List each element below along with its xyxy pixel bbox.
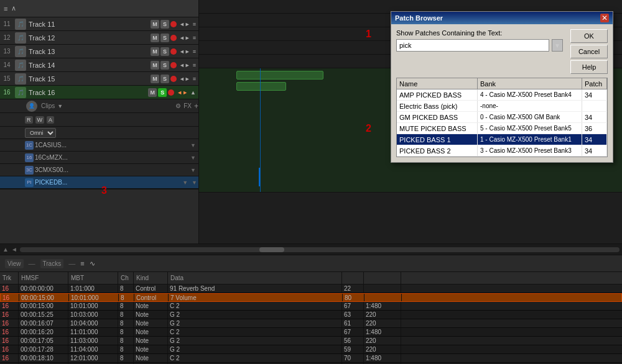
midi-icon: ◄► xyxy=(178,62,192,68)
event-cell: 00:00:15:00 xyxy=(19,302,68,310)
plugin-dropdown-arrow[interactable]: ▼ xyxy=(190,142,198,148)
patch-row[interactable]: MUTE PICKED BASS5 - Casio MZ-X500 Preset… xyxy=(397,123,607,134)
track-instrument-icon: 🎵 xyxy=(15,87,26,98)
event-cell: 1:01:000 xyxy=(68,284,118,293)
ok-button[interactable]: OK xyxy=(570,29,608,43)
plugin-row[interactable]: 3C 3CMXS00... ▼ xyxy=(0,164,198,176)
track-16-row[interactable]: 16 🎵 Track 16 M S ◄► ▲ xyxy=(0,86,198,99)
patch-row[interactable]: PICKED BASS 23 - Casio MZ-X500 Preset Ba… xyxy=(397,145,607,157)
event-cell: 220 xyxy=(364,319,401,327)
read-button[interactable]: R xyxy=(25,116,33,124)
plugin-dropdown-arrow[interactable]: ▼ xyxy=(190,167,198,173)
record-button[interactable] xyxy=(168,89,174,96)
solo-button[interactable]: S xyxy=(160,61,169,70)
event-row[interactable]: 1600:00:00:001:01:0008Control91 Reverb S… xyxy=(0,284,622,293)
patch-number-cell: 34 xyxy=(582,134,607,145)
plugin-row[interactable]: 1C 1CASIUS... ▼ xyxy=(0,139,198,152)
search-dropdown-arrow[interactable]: ▼ xyxy=(552,39,563,52)
plugin-dropdown-arrow[interactable]: ▼ xyxy=(190,155,198,161)
midi-icon: ◄► xyxy=(178,35,192,41)
expand-arrow[interactable]: ≡ xyxy=(193,48,196,55)
add-fx-button[interactable]: + xyxy=(194,102,198,111)
mute-button[interactable]: M xyxy=(151,20,159,29)
event-row[interactable]: 1600:00:15:0010:01:0008NoteC 2671:480 xyxy=(0,302,622,311)
track-row[interactable]: 12 🎵 Track 12 M S ◄► ≡ xyxy=(0,31,198,45)
solo-button[interactable]: S xyxy=(160,34,169,42)
clips-dropdown-arrow[interactable]: ▼ xyxy=(57,103,63,109)
help-button[interactable]: Help xyxy=(570,60,608,74)
event-cell: Control xyxy=(134,294,169,301)
patch-row[interactable]: GM PICKED BASS0 - Casio MZ-X500 GM Bank3… xyxy=(397,112,607,123)
patch-number-cell: 34 xyxy=(582,89,607,100)
event-row[interactable]: 1600:00:16:0710:04:0008NoteG 261220 xyxy=(0,319,622,328)
event-cell: Note xyxy=(134,311,168,319)
event-row[interactable]: 1600:00:18:1012:01:0008NoteC 2701:480 xyxy=(0,354,622,363)
col-header-name[interactable]: Name xyxy=(397,78,478,89)
record-button[interactable] xyxy=(170,62,177,68)
event-cell: 00:00:18:10 xyxy=(19,354,68,362)
horizontal-scrollbar[interactable] xyxy=(20,247,620,252)
mute-button[interactable]: M xyxy=(151,61,159,70)
record-button[interactable] xyxy=(170,76,177,82)
patch-browser-body: Show Patches Containing the Text: ▼ OK C… xyxy=(391,24,613,162)
scroll-up-arrow[interactable]: ◄ xyxy=(11,246,17,253)
col-header-bank[interactable]: Bank xyxy=(478,78,582,89)
event-cell: 00:00:15:00 xyxy=(19,294,69,301)
expand-arrow[interactable]: ≡ xyxy=(193,76,196,82)
track-row[interactable]: 11 🎵 Track 11 M S ◄► ≡ xyxy=(0,17,198,31)
mute-button[interactable]: M xyxy=(151,75,159,83)
midi-icon: ◄► xyxy=(178,21,192,27)
event-cell: C 2 xyxy=(168,302,342,310)
solo-button[interactable]: S xyxy=(158,88,167,97)
event-row[interactable]: 1600:00:15:0010:01:0008Control7 Volume80 xyxy=(0,293,622,302)
scroll-thumb[interactable] xyxy=(259,247,284,252)
transport-bar: View — Tracks — ≡ ∿ xyxy=(0,255,622,272)
auto-button[interactable]: A xyxy=(47,116,54,124)
patch-row[interactable]: AMP PICKED BASS4 - Casio MZ-X500 Preset … xyxy=(397,89,607,101)
record-button[interactable] xyxy=(170,21,177,27)
patch-row[interactable]: PICKED BASS 11 - Casio MZ-X500 Preset Ba… xyxy=(397,134,607,145)
patch-row[interactable]: Electric Bass (pick)-none- xyxy=(397,101,607,112)
expand-arrow[interactable]: ≡ xyxy=(193,35,196,41)
track-row[interactable]: 14 🎵 Track 14 M S ◄► ≡ xyxy=(0,58,198,72)
solo-button[interactable]: S xyxy=(160,47,169,56)
event-row[interactable]: 1600:00:16:2011:01:0008NoteC 2671:480 xyxy=(0,328,622,337)
event-cell: 8 xyxy=(118,337,134,345)
col-header-patch[interactable]: Patch xyxy=(582,78,607,89)
minimize-icon[interactable]: ∧ xyxy=(11,4,16,12)
mute-button[interactable]: M xyxy=(151,34,159,42)
menu-icon[interactable]: ≡ xyxy=(4,5,7,12)
plugin-row-selected[interactable]: PI PICKEDB... ▼ ▼ xyxy=(0,176,198,189)
track-row[interactable]: 15 🎵 Track 15 M S ◄► ≡ xyxy=(0,72,198,86)
event-cell: 16 xyxy=(0,311,19,319)
patch-search-input[interactable] xyxy=(396,39,549,52)
cancel-button[interactable]: Cancel xyxy=(570,45,608,58)
mute-button[interactable]: M xyxy=(148,88,157,97)
plugin-icon: 16 xyxy=(25,153,34,162)
solo-button[interactable]: S xyxy=(160,75,169,83)
expand-arrow[interactable]: ≡ xyxy=(193,21,196,27)
patch-bank-cell: -none- xyxy=(478,101,582,111)
record-button[interactable] xyxy=(170,35,177,41)
event-row[interactable]: 1600:00:17:0511:03:0008NoteG 256220 xyxy=(0,337,622,345)
view-button[interactable]: View xyxy=(5,259,24,268)
write-button[interactable]: W xyxy=(35,116,45,124)
omni-select[interactable]: Omni xyxy=(25,128,56,138)
expand-arrow[interactable]: ≡ xyxy=(193,62,196,68)
scroll-left-arrow[interactable]: ▲ xyxy=(2,246,9,253)
event-row[interactable]: 1600:00:17:2811:04:0008NoteG 259220 xyxy=(0,345,622,354)
track-row[interactable]: 13 🎵 Track 13 M S ◄► ≡ xyxy=(0,45,198,58)
track-number: 11 xyxy=(0,20,14,27)
plugin-extra-button[interactable]: ▼ xyxy=(192,180,198,186)
close-button[interactable]: ✕ xyxy=(600,14,609,22)
record-button[interactable] xyxy=(170,48,177,55)
tracks-button[interactable]: Tracks xyxy=(40,259,64,268)
bottom-menu-icon[interactable]: ≡ xyxy=(80,260,84,267)
solo-button[interactable]: S xyxy=(160,20,169,29)
event-row[interactable]: 1600:00:15:2510:03:0008NoteG 263220 xyxy=(0,311,622,319)
expand-arrow[interactable]: ▲ xyxy=(190,89,196,96)
plugin-row[interactable]: 16 16CsMZX... ▼ xyxy=(0,152,198,164)
plugin-dropdown-arrow[interactable]: ▼ xyxy=(182,180,190,186)
mute-button[interactable]: M xyxy=(151,47,159,56)
event-cell: 16 xyxy=(0,328,19,336)
